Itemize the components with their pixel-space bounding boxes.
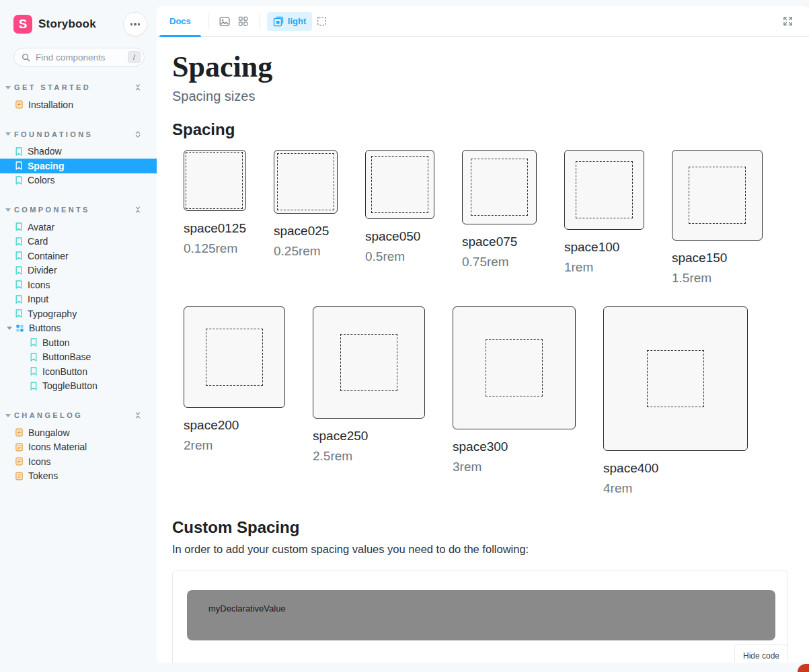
sidebar-item-buttonbase[interactable]: ButtonBase [0, 350, 157, 365]
dashed-square-icon [317, 16, 327, 26]
spacing-inner-square [340, 334, 397, 391]
brand[interactable]: S Storybook [13, 15, 123, 34]
sidebar-item-iconbutton[interactable]: IconButton [0, 364, 157, 379]
bookmark-icon [15, 237, 23, 246]
expand-section-icon[interactable] [134, 130, 142, 138]
background-image-button[interactable] [215, 12, 234, 31]
sidebar-item-tokens[interactable]: Tokens [0, 469, 157, 484]
toolbar: Docs light [157, 6, 809, 37]
bookmark-icon [15, 251, 23, 260]
sidebar-item-avatar[interactable]: Avatar [0, 220, 157, 235]
bookmark-icon [15, 161, 23, 170]
spacing-item: space050 0.5rem [365, 150, 434, 265]
section-header[interactable]: COMPONENTS [0, 203, 157, 216]
spacing-item: space075 0.75rem [462, 150, 537, 270]
collapse-section-icon[interactable] [134, 83, 142, 91]
section-header[interactable]: FOUNDATIONS [0, 128, 157, 141]
hide-code-button[interactable]: Hide code [734, 644, 788, 663]
bookmark-icon [30, 367, 38, 376]
sidebar-group-buttons[interactable]: Buttons [0, 321, 157, 336]
outline-button[interactable] [312, 12, 331, 31]
preview-value-text: myDeclarativeValue [208, 603, 286, 614]
tab-docs[interactable]: Docs [159, 6, 201, 37]
sidebar-menu-button[interactable] [123, 12, 147, 36]
spacing-inner-square [647, 350, 704, 407]
spacing-inner-square [486, 339, 543, 396]
sidebar: S Storybook Find components / GET STARTE… [0, 0, 157, 672]
section-header[interactable]: GET STARTED [0, 81, 157, 94]
toolbar-divider [260, 13, 260, 30]
spacing-inner-square [277, 153, 334, 210]
bookmark-icon [30, 338, 38, 347]
spacing-box [274, 150, 338, 214]
ellipsis-icon [130, 23, 141, 25]
spacing-box [603, 306, 748, 451]
spacing-box [184, 306, 285, 408]
search-input[interactable]: Find components / [13, 48, 145, 67]
bookmark-icon [15, 176, 23, 185]
sidebar-item-icons[interactable]: Icons [0, 278, 157, 292]
sidebar-item-bungalow[interactable]: Bungalow [0, 425, 157, 440]
section-header[interactable]: CHANGELOG [0, 409, 157, 422]
sidebar-item-button[interactable]: Button [0, 335, 157, 350]
bookmark-icon [15, 147, 23, 156]
spacing-grid: space0125 0.125rem space025 0.25rem spac… [172, 150, 791, 497]
sidebar-item-container[interactable]: Container [0, 249, 157, 263]
section-get-started: GET STARTED Installation [0, 81, 157, 112]
spacing-box [672, 150, 763, 241]
spacing-box [462, 150, 537, 224]
sidebar-item-togglebutton[interactable]: ToggleButton [0, 379, 157, 394]
fullscreen-button[interactable] [778, 12, 797, 31]
sidebar-item-input[interactable]: Input [0, 292, 157, 307]
spacing-box [564, 150, 644, 230]
story-preview-block: myDeclarativeValue [187, 590, 775, 640]
collapse-section-icon[interactable] [134, 411, 142, 419]
bookmark-icon [30, 353, 38, 362]
fullscreen-icon [783, 16, 793, 26]
chevron-down-icon [5, 132, 11, 136]
search-placeholder: Find components [36, 52, 128, 62]
spacing-box [313, 306, 425, 419]
spacing-inner-square [689, 167, 746, 224]
custom-spacing-text: In order to add your custom spacing valu… [172, 541, 789, 557]
spacing-item: space400 4rem [603, 306, 748, 497]
spacing-box [365, 150, 434, 219]
spacing-item: space0125 0.125rem [184, 150, 246, 257]
sidebar-item-installation[interactable]: Installation [0, 97, 157, 112]
collapse-section-icon[interactable] [134, 206, 142, 214]
theme-label: light [288, 16, 306, 26]
brand-name: Storybook [38, 17, 96, 31]
sidebar-item-colors[interactable]: Colors [0, 173, 157, 188]
section-foundations: FOUNDATIONS Shadow Spacing Colors [0, 128, 157, 188]
search-shortcut-key: / [128, 51, 141, 63]
sidebar-item-divider[interactable]: Divider [0, 263, 157, 278]
spacing-inner-square [186, 152, 243, 209]
spacing-box [453, 306, 576, 429]
bookmark-icon [15, 295, 23, 304]
sidebar-item-typography[interactable]: Typography [0, 306, 157, 321]
toolbar-divider [208, 13, 208, 30]
docs-content[interactable]: Spacing Spacing sizes Spacing space0125 … [157, 37, 809, 663]
screen-corner-artifact [798, 664, 809, 672]
section-components: COMPONENTS Avatar Card Container Divider [0, 203, 157, 393]
spacing-item: space250 2.5rem [313, 306, 425, 464]
sidebar-item-icons-material[interactable]: Icons Material [0, 440, 157, 455]
grid-button[interactable] [234, 12, 253, 31]
chevron-down-icon [5, 414, 11, 417]
section-heading-spacing: Spacing [172, 120, 789, 139]
search-icon [22, 53, 30, 62]
spacing-inner-square [206, 329, 263, 386]
chevron-down-icon [7, 327, 12, 330]
spacing-item: space025 0.25rem [274, 150, 338, 259]
grid-icon [238, 16, 248, 26]
sidebar-item-card[interactable]: Card [0, 235, 157, 249]
document-icon [15, 100, 24, 109]
sidebar-item-spacing[interactable]: Spacing [0, 159, 157, 173]
sidebar-item-shadow[interactable]: Shadow [0, 144, 157, 159]
theme-toggle-button[interactable]: light [267, 12, 312, 31]
bookmark-icon [15, 266, 23, 275]
document-icon [15, 472, 24, 480]
sidebar-nav: GET STARTED Installation FOUNDATIONS [0, 81, 157, 483]
document-icon [15, 457, 24, 466]
sidebar-item-icons-doc[interactable]: Icons [0, 454, 157, 469]
